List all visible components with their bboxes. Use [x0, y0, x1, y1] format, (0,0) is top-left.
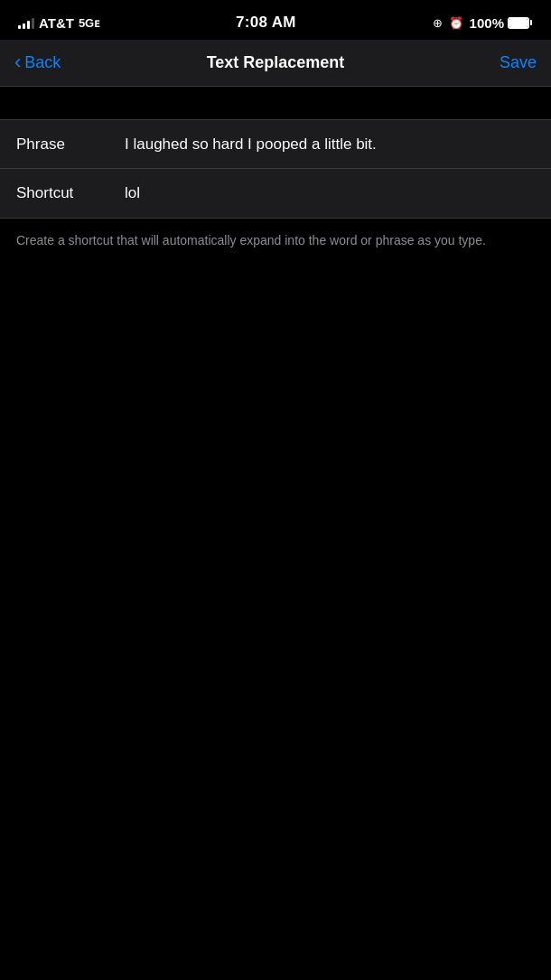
- back-button[interactable]: ‹ Back: [14, 53, 87, 72]
- shortcut-row: Shortcut lol: [0, 169, 551, 218]
- form-section: Phrase I laughed so hard I pooped a litt…: [0, 119, 551, 219]
- back-label: Back: [24, 53, 61, 72]
- battery-icon: [508, 16, 533, 29]
- save-button[interactable]: Save: [464, 53, 537, 72]
- nav-bar: ‹ Back Text Replacement Save: [0, 40, 551, 87]
- status-left: AT&T 5Gᴇ: [18, 15, 99, 31]
- battery-indicator: 100%: [470, 15, 533, 31]
- status-right: ⊕ ⏰ 100%: [433, 15, 533, 31]
- shortcut-label: Shortcut: [16, 184, 125, 202]
- signal-icon: [18, 16, 34, 29]
- location-icon: ⊕: [433, 16, 443, 30]
- alarm-icon: ⏰: [449, 16, 463, 30]
- network-label: 5Gᴇ: [79, 16, 99, 30]
- carrier-label: AT&T: [39, 15, 74, 31]
- status-time: 7:08 AM: [236, 14, 296, 32]
- battery-percent: 100%: [470, 15, 504, 31]
- shortcut-value[interactable]: lol: [125, 184, 535, 202]
- bottom-area: [0, 263, 551, 805]
- top-spacer: [0, 87, 551, 119]
- phrase-label: Phrase: [16, 135, 125, 154]
- back-chevron-icon: ‹: [14, 52, 21, 72]
- phrase-value[interactable]: I laughed so hard I pooped a little bit.: [125, 135, 535, 154]
- help-text: Create a shortcut that will automaticall…: [0, 219, 551, 263]
- phrase-row: Phrase I laughed so hard I pooped a litt…: [0, 120, 551, 169]
- page-title: Text Replacement: [87, 53, 464, 72]
- status-bar: AT&T 5Gᴇ 7:08 AM ⊕ ⏰ 100%: [0, 0, 551, 40]
